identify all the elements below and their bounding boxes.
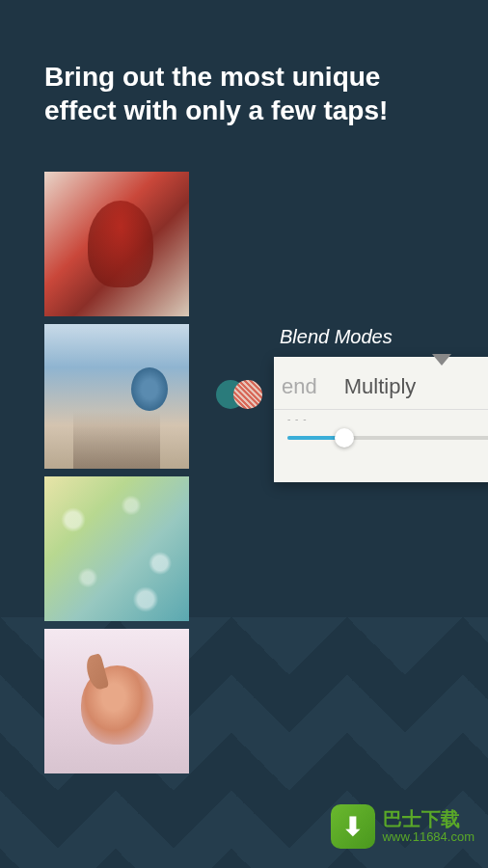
watermark-text: 巴士下载 www.11684.com (383, 808, 474, 845)
thumbnail-sample-4[interactable] (44, 629, 189, 773)
thumbnail-sample-1[interactable] (44, 172, 189, 316)
watermark: ⬇ 巴士下载 www.11684.com (331, 804, 474, 849)
slider-track (287, 436, 488, 440)
slider-thumb[interactable] (335, 428, 354, 448)
watermark-url: www.11684.com (383, 830, 474, 845)
watermark-logo-icon: ⬇ (331, 804, 375, 849)
intensity-slider[interactable] (274, 428, 488, 440)
blend-modes-label: Blend Modes (280, 326, 393, 348)
blend-mode-tabs: end Multiply (274, 357, 488, 409)
blend-mode-multiply[interactable]: Multiply (344, 374, 417, 399)
sample-thumbnails (44, 172, 189, 773)
divider (274, 409, 488, 410)
thumbnail-sample-3[interactable] (44, 476, 189, 621)
dropdown-arrow-icon[interactable] (432, 354, 451, 366)
separator-dots: - - - (274, 414, 488, 428)
thumbnail-sample-2[interactable] (44, 324, 189, 469)
venn-overlap-icon (216, 380, 262, 409)
watermark-brand: 巴士下载 (383, 808, 474, 830)
blend-modes-panel: end Multiply - - - (274, 357, 488, 482)
headline: Bring out the most unique effect with on… (44, 60, 449, 127)
blend-mode-prev-partial[interactable]: end (282, 374, 317, 399)
